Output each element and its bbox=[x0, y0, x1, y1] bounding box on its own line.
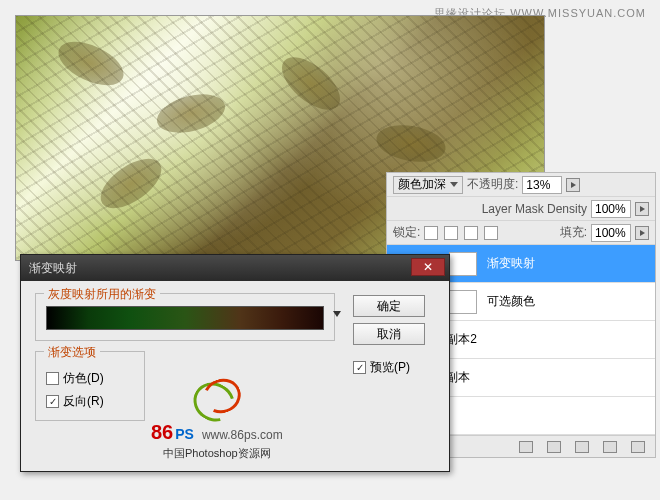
fill-input[interactable]: 100% bbox=[591, 224, 631, 242]
preview-checkbox[interactable]: ✓预览(P) bbox=[353, 359, 410, 376]
opacity-slider-button[interactable] bbox=[566, 178, 580, 192]
mask-thumbnail[interactable] bbox=[449, 252, 477, 276]
layer-mask-icon[interactable] bbox=[575, 441, 589, 453]
ok-button[interactable]: 确定 bbox=[353, 295, 425, 317]
density-input[interactable]: 100% bbox=[591, 200, 631, 218]
layer-name: 渐变映射 bbox=[487, 255, 535, 272]
adjustment-layer-icon[interactable] bbox=[603, 441, 617, 453]
blend-mode-select[interactable]: 颜色加深 bbox=[393, 176, 463, 194]
group-icon[interactable] bbox=[631, 441, 645, 453]
opacity-label: 不透明度: bbox=[467, 176, 518, 193]
dither-checkbox[interactable]: 仿色(D) bbox=[46, 370, 104, 387]
layer-style-icon[interactable] bbox=[547, 441, 561, 453]
fill-slider-button[interactable] bbox=[635, 226, 649, 240]
opacity-input[interactable]: 13% bbox=[522, 176, 562, 194]
lock-all-icon[interactable] bbox=[484, 226, 498, 240]
options-group-label: 渐变选项 bbox=[44, 344, 100, 361]
cancel-button[interactable]: 取消 bbox=[353, 323, 425, 345]
gradient-group-label: 灰度映射所用的渐变 bbox=[44, 286, 160, 303]
density-slider-button[interactable] bbox=[635, 202, 649, 216]
lock-icons bbox=[424, 226, 498, 240]
chevron-down-icon[interactable] bbox=[333, 311, 341, 317]
layer-name: 可选颜色 bbox=[487, 293, 535, 310]
lock-position-icon[interactable] bbox=[464, 226, 478, 240]
mask-thumbnail[interactable] bbox=[449, 290, 477, 314]
gradient-map-dialog: 渐变映射 ✕ 灰度映射所用的渐变 渐变选项 仿色(D) ✓反向(R) 确定 取消… bbox=[20, 254, 450, 472]
logo-swirl-icon bbox=[187, 379, 247, 419]
lock-pixels-icon[interactable] bbox=[444, 226, 458, 240]
dialog-title: 渐变映射 bbox=[29, 260, 77, 277]
close-icon[interactable]: ✕ bbox=[411, 258, 445, 276]
dialog-titlebar[interactable]: 渐变映射 ✕ bbox=[21, 255, 449, 281]
reverse-checkbox[interactable]: ✓反向(R) bbox=[46, 393, 104, 410]
lock-transparency-icon[interactable] bbox=[424, 226, 438, 240]
watermark-logo: 86 PS www.86ps.com 中国Photoshop资源网 bbox=[151, 379, 283, 461]
density-label: Layer Mask Density bbox=[482, 202, 587, 216]
gradient-preview[interactable] bbox=[46, 306, 324, 330]
lock-label: 锁定: bbox=[393, 224, 420, 241]
fill-label: 填充: bbox=[560, 224, 587, 241]
link-layers-icon[interactable] bbox=[519, 441, 533, 453]
